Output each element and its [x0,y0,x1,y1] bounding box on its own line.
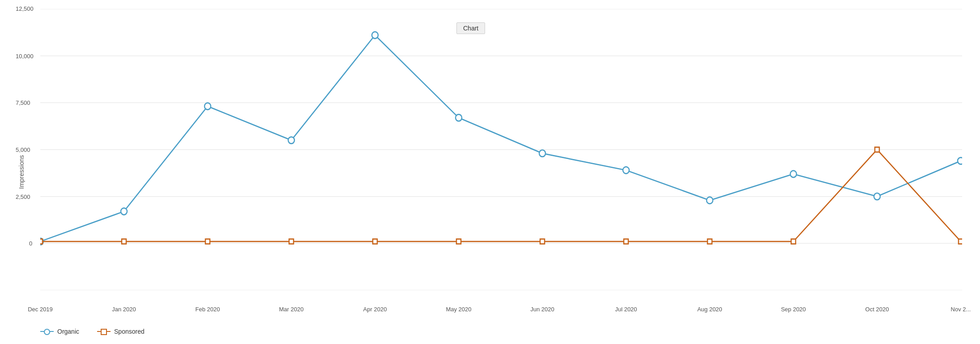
sponsored-line [40,150,961,241]
sponsored-point [40,239,43,244]
organic-point [205,103,211,110]
sponsored-point [791,239,796,244]
y-label-12500: 12,500 [16,5,34,12]
organic-point [958,158,962,164]
sponsored-point [122,239,126,244]
x-label-feb2020: Feb 2020 [196,306,220,313]
organic-point [121,208,127,215]
sponsored-point [707,239,712,244]
sponsored-point [624,239,628,244]
organic-point [623,167,629,173]
organic-line [40,35,961,241]
chart-svg [40,9,962,290]
legend-sponsored-line [97,331,111,332]
legend-organic-line [40,331,54,332]
y-axis-label: Impressions [18,155,25,189]
x-label-nov2020: Nov 2... [951,306,971,313]
sponsored-point [540,239,545,244]
sponsored-point [959,239,962,244]
x-label-sep2020: Sep 2020 [781,306,806,313]
chart-area: Chart [40,9,962,290]
sponsored-point [456,239,461,244]
x-label-oct2020: Oct 2020 [865,306,889,313]
organic-point [790,171,797,177]
x-label-apr2020: Apr 2020 [363,306,387,313]
sponsored-point [875,147,879,152]
sponsored-point [205,239,210,244]
organic-point [539,150,545,157]
y-label-7500: 7,500 [16,99,30,106]
organic-point [874,193,880,200]
legend-sponsored: Sponsored [97,328,145,335]
chart-legend: Organic Sponsored [40,328,145,335]
sponsored-point [289,239,294,244]
y-label-10000: 10,000 [16,52,34,59]
chart-tooltip: Chart [456,22,485,34]
x-label-jun2020: Jun 2020 [530,306,554,313]
x-label-mar2020: Mar 2020 [279,306,304,313]
legend-organic-label: Organic [57,328,79,335]
organic-point [456,114,462,121]
organic-point [288,137,294,144]
legend-organic: Organic [40,328,79,335]
y-label-2500: 2,500 [16,193,30,200]
x-label-aug2020: Aug 2020 [697,306,722,313]
x-label-may2020: May 2020 [446,306,471,313]
chart-container: Impressions Chart [0,0,980,344]
legend-sponsored-label: Sponsored [114,328,145,335]
organic-point [707,197,713,204]
sponsored-point [373,239,377,244]
organic-point [372,32,378,39]
y-label-5000: 5,000 [16,146,30,153]
y-label-0: 0 [29,240,32,247]
x-label-dec2019: Dec 2019 [28,306,53,313]
x-label-jul2020: Jul 2020 [615,306,637,313]
x-label-jan2020: Jan 2020 [112,306,136,313]
